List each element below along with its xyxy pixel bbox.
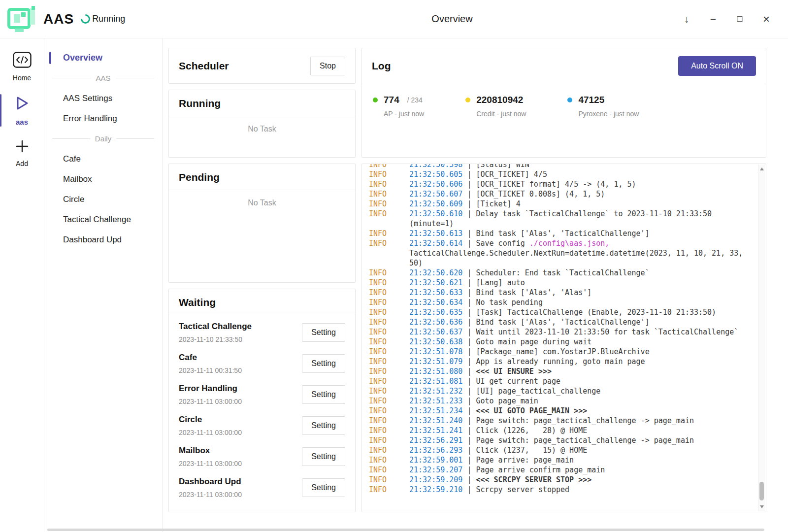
- log-level: INFO: [369, 179, 409, 189]
- rail-item-add[interactable]: Add: [0, 135, 44, 171]
- sidebar-item-mailbox[interactable]: Mailbox: [44, 169, 162, 189]
- log-level: INFO: [369, 337, 409, 347]
- task-setting-button[interactable]: Setting: [302, 385, 345, 404]
- log-content: 21:32:59.210 | Scrcpy server stopped: [409, 485, 745, 495]
- log-time: 21:32:50.610: [409, 209, 462, 218]
- sidebar-item-circle[interactable]: Circle: [44, 189, 162, 209]
- rail: Home aas Add: [0, 38, 44, 532]
- log-text: [Ticket] 4: [476, 200, 520, 208]
- log-text: Click (1226, 28) @ HOME: [476, 426, 587, 435]
- log-text: [Task] TacticalChallenge (Enable, 2023-1…: [476, 308, 716, 317]
- log-text: [OCR_TICKET 0.008s] (4, 1, 5): [476, 190, 605, 199]
- log-level: INFO: [369, 199, 409, 209]
- log-card: Log Auto Scroll ON 774/ 234AP - just now…: [361, 48, 766, 158]
- log-content: 21:32:59.207 | Page arrive confirm page_…: [409, 465, 745, 475]
- plus-icon: [15, 139, 30, 156]
- maximize-icon[interactable]: □: [730, 14, 750, 24]
- scrollbar-thumb[interactable]: [759, 482, 764, 500]
- log-time: 21:32:51.233: [409, 397, 462, 405]
- task-setting-button[interactable]: Setting: [302, 447, 345, 466]
- log-text: [UI] page_tactical_challenge: [476, 387, 600, 396]
- log-text: Save config: [476, 239, 529, 248]
- window-body: Home aas Add OverviewAAS: [0, 38, 788, 532]
- scroll-up-icon[interactable]: [760, 167, 764, 170]
- log-content: 21:32:51.080 | <<< UI ENSURE >>>: [409, 366, 745, 376]
- log-level: INFO: [369, 386, 409, 396]
- log-level: INFO: [369, 357, 409, 366]
- scheduler-title: Scheduler: [179, 60, 229, 72]
- rail-item-aas[interactable]: aas: [0, 91, 44, 130]
- pending-card: Pending No Task: [168, 164, 356, 283]
- rail-item-label: aas: [16, 118, 28, 126]
- waiting-task-list: Tactical Challenge2023-11-10 21:33:50Set…: [169, 315, 355, 512]
- task-setting-button[interactable]: Setting: [302, 478, 345, 497]
- log-line: INFO21:32:50.633 | Bind task ['Alas', 'A…: [369, 288, 756, 298]
- sidebar-item-error-handling[interactable]: Error Handling: [44, 108, 162, 129]
- waiting-task-info: Circle2023-11-11 03:00:00: [179, 415, 242, 436]
- stop-button[interactable]: Stop: [310, 57, 345, 75]
- log-time: 21:32:50.633: [409, 288, 462, 297]
- horizontal-scrollbar[interactable]: [44, 528, 788, 532]
- log-time: 21:32:51.081: [409, 377, 462, 386]
- log-time: 21:32:59.207: [409, 466, 462, 474]
- log-level: INFO: [369, 238, 409, 268]
- log-line: INFO21:32:50.620 | Scheduler: End task `…: [369, 268, 756, 278]
- log-text: [Lang] auto: [476, 278, 525, 287]
- stat-dot: [567, 98, 572, 102]
- log-text: Bind task ['Alas', 'Alas']: [476, 288, 591, 297]
- close-icon[interactable]: ×: [756, 12, 776, 26]
- sidebar-section-label: AAS: [96, 74, 111, 82]
- sidebar-item-overview[interactable]: Overview: [44, 48, 162, 68]
- stat-label: Credit - just now: [476, 110, 526, 118]
- log-time: 21:32:50.613: [409, 229, 462, 238]
- log-time: 21:32:59.001: [409, 456, 462, 465]
- sidebar-item-label: Mailbox: [63, 174, 92, 184]
- task-setting-button[interactable]: Setting: [302, 323, 345, 342]
- sidebar-nav: OverviewAASAAS SettingsError HandlingDai…: [44, 38, 163, 532]
- scroll-down-icon[interactable]: [760, 505, 764, 508]
- auto-scroll-button[interactable]: Auto Scroll ON: [678, 56, 756, 76]
- log-text: Page switch: page_tactical_challenge -> …: [476, 416, 694, 425]
- waiting-task-row: Circle2023-11-11 03:00:00Setting: [179, 410, 345, 441]
- log-line: INFO21:32:50.609 | [Ticket] 4: [369, 199, 756, 209]
- log-time: 21:32:50.605: [409, 170, 462, 179]
- log-level: INFO: [369, 416, 409, 426]
- stat-dot: [465, 98, 470, 102]
- update-arrow-icon[interactable]: ↓: [677, 13, 696, 25]
- log-output: INFO21:32:50.598 | [Status] WININFO21:32…: [361, 164, 766, 512]
- running-empty-text: No Task: [169, 116, 355, 133]
- log-level: INFO: [369, 406, 409, 416]
- log-lines: INFO21:32:50.598 | [Status] WININFO21:32…: [369, 164, 756, 495]
- waiting-task-row: Mailbox2023-11-11 03:00:00Setting: [179, 441, 345, 472]
- log-line: INFO21:32:50.614 | Save config ./config\…: [369, 238, 756, 268]
- log-text: UI get current page: [476, 377, 560, 386]
- log-time: 21:32:50.635: [409, 308, 462, 317]
- log-level: INFO: [369, 307, 409, 317]
- log-content: 21:32:50.620 | Scheduler: End task `Tact…: [409, 268, 745, 278]
- sidebar-item-dashboard-upd[interactable]: Dashboard Upd: [44, 230, 162, 250]
- log-line: INFO21:32:51.078 | [Package_name] com.Yo…: [369, 347, 756, 357]
- hscrollbar-thumb[interactable]: [47, 529, 764, 531]
- status-text: Running: [92, 14, 125, 24]
- log-time: 21:32:59.209: [409, 475, 462, 484]
- minimize-icon[interactable]: −: [703, 13, 723, 25]
- log-line: INFO21:32:51.240 | Page switch: page_tac…: [369, 416, 756, 426]
- waiting-task-name: Tactical Challenge: [179, 322, 252, 332]
- log-level: INFO: [369, 169, 409, 179]
- sidebar-item-tactical-challenge[interactable]: Tactical Challenge: [44, 209, 162, 230]
- stat-value: 47125: [578, 95, 604, 105]
- rail-item-label: Home: [13, 74, 31, 82]
- rail-item-home[interactable]: Home: [0, 48, 44, 85]
- sidebar-item-aas-settings[interactable]: AAS Settings: [44, 88, 162, 108]
- active-indicator: [0, 94, 1, 127]
- log-time: 21:32:50.598: [409, 164, 462, 169]
- log-time: 21:32:50.606: [409, 180, 462, 189]
- waiting-task-name: Cafe: [179, 353, 242, 363]
- task-setting-button[interactable]: Setting: [302, 354, 345, 373]
- stat-value: 220810942: [476, 95, 523, 105]
- log-scrollbar[interactable]: [758, 165, 765, 511]
- sidebar-item-cafe[interactable]: Cafe: [44, 149, 162, 169]
- log-text: [Package_name] com.YostarJP.BlueArchive: [476, 347, 649, 356]
- task-setting-button[interactable]: Setting: [302, 416, 345, 435]
- log-text: <<< UI ENSURE >>>: [476, 367, 552, 376]
